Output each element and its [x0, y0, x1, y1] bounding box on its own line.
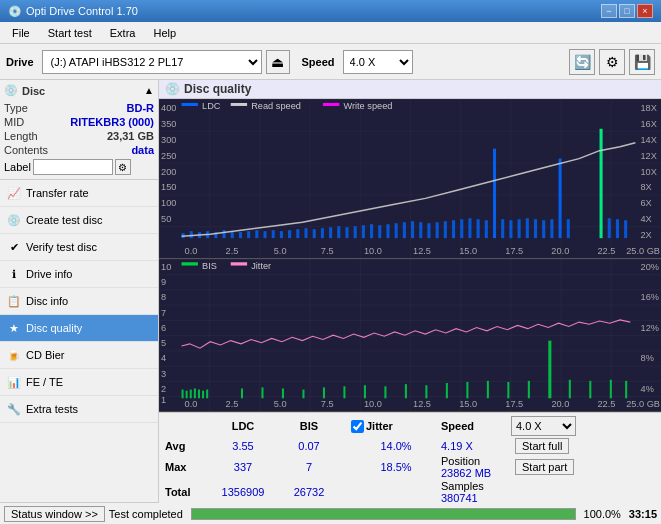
progress-bar [192, 509, 575, 519]
verify-test-disc-icon: ✔ [6, 239, 22, 255]
svg-rect-39 [255, 230, 258, 238]
avg-jitter: 14.0% [351, 440, 441, 452]
jitter-checkbox[interactable] [351, 420, 364, 433]
refresh-button[interactable]: 🔄 [569, 49, 595, 75]
svg-rect-139 [569, 380, 571, 398]
svg-rect-130 [384, 386, 386, 398]
svg-rect-117 [186, 391, 188, 399]
progress-percent: 100.0% [584, 508, 621, 520]
disc-expand-icon[interactable]: ▲ [144, 85, 154, 96]
svg-rect-120 [198, 390, 200, 399]
svg-rect-126 [302, 390, 304, 399]
nav-create-test-disc[interactable]: 💿 Create test disc [0, 207, 158, 234]
svg-text:10.0: 10.0 [364, 246, 382, 256]
svg-rect-46 [313, 229, 316, 238]
speed-header: Speed [441, 420, 501, 432]
progress-bar-container [191, 508, 576, 520]
svg-rect-136 [507, 382, 509, 398]
svg-rect-124 [261, 387, 263, 398]
start-part-button[interactable]: Start part [515, 459, 574, 475]
main-area: 💿 Disc ▲ Type BD-R MID RITEKBR3 (000) Le… [0, 80, 661, 502]
settings-button[interactable]: ⚙ [599, 49, 625, 75]
bis-header: BIS [279, 420, 339, 432]
svg-rect-60 [427, 223, 430, 238]
svg-text:4%: 4% [641, 382, 655, 393]
drive-select[interactable]: (J:) ATAPI iHBS312 2 PL17 [42, 50, 262, 74]
svg-rect-79 [608, 218, 611, 238]
nav-transfer-rate[interactable]: 📈 Transfer rate [0, 180, 158, 207]
total-ldc: 1356909 [207, 486, 279, 498]
svg-text:16X: 16X [641, 119, 657, 129]
nav-disc-info[interactable]: 📋 Disc info [0, 288, 158, 315]
svg-text:0.0: 0.0 [185, 246, 198, 256]
minimize-button[interactable]: − [601, 4, 617, 18]
svg-rect-84 [231, 103, 247, 106]
nav-fe-te[interactable]: 📊 FE / TE [0, 369, 158, 396]
svg-rect-70 [509, 220, 512, 238]
menu-file[interactable]: File [4, 25, 38, 41]
eject-button[interactable]: ⏏ [266, 50, 290, 74]
disc-label-input[interactable] [33, 159, 113, 175]
svg-rect-51 [354, 226, 357, 238]
max-ldc: 337 [207, 461, 279, 473]
menu-help[interactable]: Help [145, 25, 184, 41]
disc-label-button[interactable]: ⚙ [115, 159, 131, 175]
nav-disc-quality[interactable]: ★ Disc quality [0, 315, 158, 342]
chart-bis-svg: 10 9 8 7 6 5 4 3 2 1 20% 16% 12% 8% 4% [159, 259, 661, 411]
disc-info-icon: 📋 [6, 293, 22, 309]
disc-section-icon: 💿 [4, 84, 18, 97]
svg-rect-86 [323, 103, 339, 106]
transfer-rate-icon: 📈 [6, 185, 22, 201]
svg-text:BIS: BIS [202, 260, 217, 271]
svg-text:3: 3 [161, 367, 166, 378]
svg-rect-125 [282, 388, 284, 398]
nav-verify-test-disc[interactable]: ✔ Verify test disc [0, 234, 158, 261]
status-window-button[interactable]: Status window >> [4, 506, 105, 522]
left-panel: 💿 Disc ▲ Type BD-R MID RITEKBR3 (000) Le… [0, 80, 159, 502]
app-icon: 💿 [8, 5, 22, 18]
svg-rect-119 [194, 388, 196, 398]
svg-text:LDC: LDC [202, 101, 221, 111]
start-full-button[interactable]: Start full [515, 438, 569, 454]
disc-label-row: Label ⚙ [4, 159, 154, 175]
svg-text:10: 10 [161, 261, 171, 272]
speed-select[interactable]: 4.0 X [343, 50, 413, 74]
save-button[interactable]: 💾 [629, 49, 655, 75]
svg-rect-132 [425, 385, 427, 398]
svg-text:20%: 20% [641, 261, 660, 272]
svg-text:20.0: 20.0 [551, 246, 569, 256]
svg-rect-48 [329, 227, 332, 238]
close-button[interactable]: × [637, 4, 653, 18]
disc-type-row: Type BD-R [4, 101, 154, 115]
disc-contents-row: Contents data [4, 143, 154, 157]
menu-start-test[interactable]: Start test [40, 25, 100, 41]
svg-text:4: 4 [161, 352, 166, 363]
nav-drive-info[interactable]: ℹ Drive info [0, 261, 158, 288]
maximize-button[interactable]: □ [619, 4, 635, 18]
svg-rect-54 [378, 225, 381, 238]
speed-combo-select[interactable]: 4.0 X [511, 416, 576, 436]
menu-extra[interactable]: Extra [102, 25, 144, 41]
nav-extra-tests[interactable]: 🔧 Extra tests [0, 396, 158, 423]
svg-rect-118 [190, 390, 192, 399]
svg-rect-142 [625, 381, 627, 398]
position-val: 23862 MB [441, 467, 491, 479]
svg-rect-53 [370, 224, 373, 238]
svg-rect-122 [206, 390, 208, 399]
charts-area: 400 350 300 250 200 150 100 50 18X 16X 1… [159, 99, 661, 412]
svg-rect-68 [493, 149, 496, 238]
disc-mid-value: RITEKBR3 (000) [70, 116, 154, 128]
nav-transfer-rate-label: Transfer rate [26, 187, 89, 199]
svg-rect-143 [182, 262, 198, 265]
chart-bis: 10 9 8 7 6 5 4 3 2 1 20% 16% 12% 8% 4% [159, 259, 661, 412]
svg-text:12.5: 12.5 [413, 246, 431, 256]
svg-rect-64 [460, 219, 463, 238]
svg-text:7.5: 7.5 [321, 246, 334, 256]
svg-rect-45 [304, 228, 307, 238]
svg-rect-131 [405, 384, 407, 398]
avg-speed: 4.19 X [441, 440, 501, 452]
svg-rect-134 [466, 382, 468, 398]
nav-cd-bier[interactable]: 🍺 CD Bier [0, 342, 158, 369]
svg-rect-66 [477, 219, 480, 238]
disc-type-label: Type [4, 102, 28, 114]
